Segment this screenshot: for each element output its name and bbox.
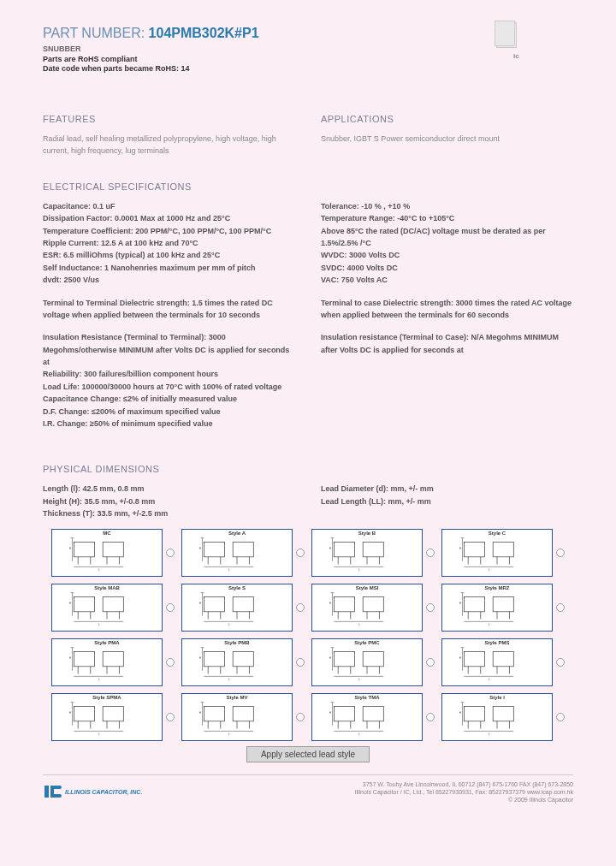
spec-ripple: Ripple Current: 12.5 A at 100 kHz and 70… xyxy=(43,237,295,249)
spec-above: Above 85°C the rated (DC/AC) voltage mus… xyxy=(321,225,573,250)
diagram-cell: Style MSIHL xyxy=(311,584,435,632)
apply-lead-style-button[interactable]: Apply selected lead style xyxy=(246,746,370,762)
svg-rect-56 xyxy=(233,596,253,611)
svg-rect-122 xyxy=(493,651,513,666)
diagram-radio[interactable] xyxy=(426,713,435,721)
svg-text:L: L xyxy=(358,568,360,572)
svg-text:H: H xyxy=(199,711,201,715)
spec-svdc: SVDC: 4000 Volts DC xyxy=(321,262,573,274)
diagram-box: Style PMAHL xyxy=(51,638,163,686)
diagram-radio[interactable] xyxy=(296,658,305,667)
datecode-text: Date code when parts became RoHS: 14 xyxy=(43,64,573,73)
diagram-radio[interactable] xyxy=(556,658,565,667)
diagram-box: Style MVHL xyxy=(181,693,293,741)
component-image: ic xyxy=(495,21,539,65)
diagram-radio[interactable] xyxy=(556,549,565,557)
spec-dissipation: Dissipation Factor: 0.0001 Max at 1000 H… xyxy=(43,212,295,224)
svg-text:L: L xyxy=(489,678,490,681)
svg-rect-11 xyxy=(204,542,224,556)
diagram-box: Style TMAHL xyxy=(311,693,423,741)
svg-text:L: L xyxy=(358,623,360,626)
diagram-box: Style CHL xyxy=(441,529,553,577)
diagram-title: Style PMS xyxy=(484,640,509,645)
diagram-radio[interactable] xyxy=(296,713,305,721)
diagram-radio[interactable] xyxy=(166,713,175,721)
phys-length: Length (l): 42.5 mm, 0.8 mm xyxy=(43,483,295,495)
component-ic-label: ic xyxy=(513,52,519,60)
svg-rect-34 xyxy=(493,542,513,556)
ic-logo-icon xyxy=(43,784,62,799)
diagram-radio[interactable] xyxy=(426,658,435,667)
diagram-radio[interactable] xyxy=(296,603,305,612)
svg-rect-77 xyxy=(464,596,484,611)
svg-rect-33 xyxy=(464,542,484,556)
svg-rect-88 xyxy=(74,651,94,666)
svg-text:L: L xyxy=(228,623,230,626)
diagram-title: Style A xyxy=(228,531,246,536)
spec-self-ind: Self Inductance: 1 Nanohenries maximum p… xyxy=(43,262,295,274)
diagram-radio[interactable] xyxy=(426,603,435,612)
svg-rect-154 xyxy=(334,706,354,721)
phys-lead-diam: Lead Diameter (d): mm, +/- mm xyxy=(321,483,573,495)
footer: ILLINOIS CAPACITOR, INC. 3757 W. Touhy A… xyxy=(43,774,573,804)
svg-text:L: L xyxy=(489,623,490,626)
svg-rect-67 xyxy=(363,596,383,611)
svg-rect-12 xyxy=(233,542,253,556)
svg-rect-110 xyxy=(334,651,354,666)
diagram-box: Style SHL xyxy=(181,584,293,632)
svg-text:L: L xyxy=(98,623,100,626)
diagram-radio[interactable] xyxy=(166,658,175,667)
svg-rect-165 xyxy=(464,706,484,721)
diagram-cell: Style PMBHL xyxy=(181,638,305,686)
svg-text:L: L xyxy=(228,568,230,572)
diagram-box: Style MRZHL xyxy=(441,584,553,632)
diagram-cell: Style AHL xyxy=(181,529,305,577)
diagram-radio[interactable] xyxy=(166,603,175,612)
svg-text:H: H xyxy=(329,547,331,550)
diagram-radio[interactable] xyxy=(426,549,435,557)
svg-text:L: L xyxy=(489,733,490,736)
svg-text:L: L xyxy=(358,733,360,736)
diagram-cell: Style TMAHL xyxy=(311,693,435,741)
spec-temp-range: Temperature Range: -40°C to +105°C xyxy=(321,212,573,224)
diagram-radio[interactable] xyxy=(556,713,565,721)
diagram-box: Style MABHL xyxy=(51,584,163,632)
diagram-cell: Style IHL xyxy=(441,693,565,741)
phys-lead-len: Lead Length (LL): mm, +/- mm xyxy=(321,495,573,507)
svg-text:L: L xyxy=(98,568,100,572)
diagram-title: Style S xyxy=(228,585,246,590)
diagram-title: Style I xyxy=(489,695,505,700)
svg-rect-166 xyxy=(493,706,513,721)
diagram-title: Style PMB xyxy=(224,640,249,645)
spec-esr: ESR: 6.5 milliOhms (typical) at 100 kHz … xyxy=(43,249,295,261)
diagram-radio[interactable] xyxy=(296,549,305,557)
svg-rect-100 xyxy=(233,651,253,666)
svg-text:H: H xyxy=(329,656,331,660)
svg-text:L: L xyxy=(358,678,360,681)
diagram-cell: Style SPMAHL xyxy=(51,693,175,741)
svg-text:H: H xyxy=(459,656,461,660)
diagram-radio[interactable] xyxy=(556,603,565,612)
diagram-cell: Style PMAHL xyxy=(51,638,175,686)
svg-rect-45 xyxy=(103,596,123,611)
applications-title: APPLICATIONS xyxy=(321,114,573,124)
svg-rect-78 xyxy=(493,596,513,611)
features-text: Radial lead, self healing metallized pol… xyxy=(43,133,295,157)
diagram-radio[interactable] xyxy=(166,549,175,557)
svg-rect-143 xyxy=(204,706,224,721)
phys-height: Height (H): 35.5 mm, +/-0.8 mm xyxy=(43,495,295,507)
svg-rect-23 xyxy=(363,542,383,556)
diagram-box: Style PMBHL xyxy=(181,638,293,686)
svg-rect-111 xyxy=(363,651,383,666)
diagram-cell: Style BHL xyxy=(311,529,435,577)
svg-rect-44 xyxy=(74,596,94,611)
diagram-cell: Style PMSHL xyxy=(441,638,565,686)
svg-text:H: H xyxy=(329,602,331,605)
subtitle: SNUBBER xyxy=(43,44,573,53)
phys-title: PHYSICAL DIMENSIONS xyxy=(43,464,573,474)
spec-reliability: Reliability: 300 failures/billion compon… xyxy=(43,368,295,380)
footer-logo: ILLINOIS CAPACITOR, INC. xyxy=(43,784,142,799)
footer-address: 3757 W. Touhy Ave Lincolnwood, IL 60712 … xyxy=(354,780,573,804)
diagram-title: Style TMA xyxy=(354,695,379,700)
svg-rect-1 xyxy=(103,542,123,556)
